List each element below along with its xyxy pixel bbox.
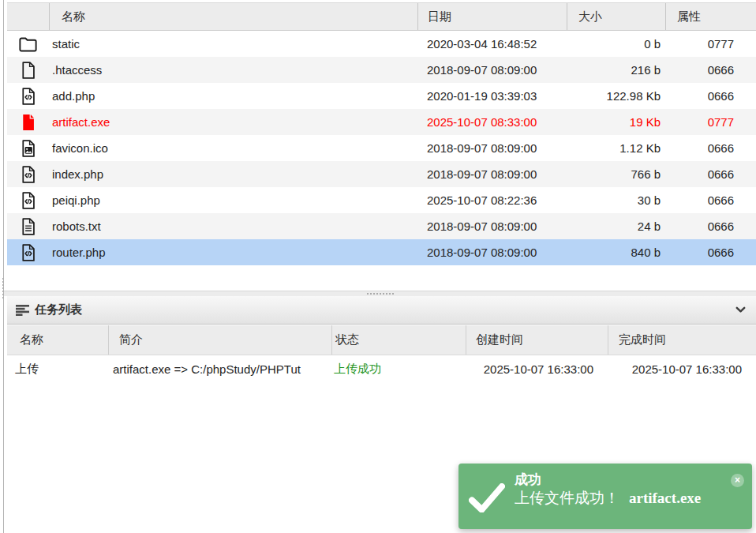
code-icon [7, 86, 49, 107]
file-size: 0 b [567, 37, 665, 51]
file-size: 766 b [567, 167, 665, 181]
file-date: 2018-09-07 08:09:00 [417, 63, 567, 77]
file-name: index.php [49, 167, 417, 181]
chevron-down-icon[interactable] [735, 306, 746, 313]
file-name: add.php [49, 89, 417, 103]
file-date: 2018-09-07 08:09:00 [417, 167, 567, 181]
task-list-bar: 任务列表 [7, 296, 756, 325]
task-row[interactable]: 上传artifact.exe => C:/phpStudy/PHPTut上传成功… [7, 355, 756, 382]
file-name: router.php [49, 246, 417, 259]
file-attr: 0666 [665, 246, 756, 259]
file-date: 2020-01-19 03:39:03 [417, 89, 567, 103]
file-row-router.php[interactable]: router.php2018-09-07 08:09:00840 b0666 [7, 239, 756, 265]
file-date: 2025-10-07 08:33:00 [417, 115, 567, 129]
file-row-artifact.exe[interactable]: artifact.exe2025-10-07 08:33:0019 Kb0777 [7, 109, 756, 135]
task-created-column-header[interactable]: 创建时间 [466, 325, 608, 355]
toast-message: 上传文件成功！artifact.exe [515, 488, 701, 509]
file-row-index.php[interactable]: index.php2018-09-07 08:09:00766 b0666 [7, 161, 756, 187]
file-size: 840 b [567, 246, 665, 259]
close-icon: × [735, 475, 740, 486]
task-rows: 上传artifact.exe => C:/phpStudy/PHPTut上传成功… [7, 355, 756, 382]
file-table: 名称 日期 大小 属性 static2020-03-04 16:48:520 b… [7, 2, 756, 265]
file-icon [7, 60, 49, 81]
success-toast: 成功 上传文件成功！artifact.exe × [458, 464, 752, 529]
left-panel-border [3, 0, 4, 533]
task-list-title: 任务列表 [35, 302, 82, 317]
toast-message-text: 上传文件成功！ [515, 490, 619, 506]
file-name: favicon.ico [49, 141, 417, 155]
task-status-column-header[interactable]: 状态 [331, 325, 466, 355]
file-size-column-header[interactable]: 大小 [567, 3, 665, 30]
file-attr: 0777 [665, 115, 756, 129]
file-table-header: 名称 日期 大小 属性 [7, 2, 756, 31]
task-name-column-header[interactable]: 名称 [7, 325, 108, 355]
file-row-add.php[interactable]: add.php2020-01-19 03:39:03122.98 Kb0666 [7, 83, 756, 109]
file-attr: 0666 [665, 141, 756, 155]
file-attr: 0666 [665, 89, 756, 103]
file-row-static[interactable]: static2020-03-04 16:48:520 b0777 [7, 31, 756, 57]
image-icon [7, 138, 49, 159]
file-size: 122.98 Kb [567, 89, 665, 103]
file-date: 2018-09-07 08:09:00 [417, 246, 567, 259]
file-attr: 0777 [665, 37, 756, 51]
file-size: 19 Kb [567, 115, 665, 129]
file-rows: static2020-03-04 16:48:520 b0777.htacces… [7, 31, 756, 265]
file-date: 2018-09-07 08:09:00 [417, 141, 567, 155]
toast-filename: artifact.exe [629, 490, 701, 506]
file-name: artifact.exe [49, 115, 417, 129]
file-date: 2018-09-07 08:09:00 [417, 220, 567, 233]
code-icon [7, 164, 49, 185]
file-size: 1.12 Kb [567, 141, 665, 155]
file-attr-column-header[interactable]: 属性 [665, 3, 756, 30]
file-row-peiqi.php[interactable]: peiqi.php2025-10-07 08:22:3630 b0666 [7, 187, 756, 213]
task-list-icon [16, 305, 29, 316]
task-name: 上传 [7, 362, 108, 377]
checkmark-icon [469, 483, 505, 516]
code-icon [7, 242, 49, 263]
file-name: static [49, 37, 417, 51]
splitter-drag-handle-icon [367, 293, 394, 295]
task-created-time: 2025-10-07 16:33:00 [466, 362, 608, 376]
file-date-column-header[interactable]: 日期 [417, 3, 567, 30]
file-size: 30 b [567, 193, 665, 207]
task-table-header: 名称 简介 状态 创建时间 完成时间 [7, 325, 756, 355]
exe-icon [7, 112, 49, 133]
file-attr: 0666 [665, 167, 756, 181]
task-desc-column-header[interactable]: 简介 [108, 325, 331, 355]
file-name-column-header[interactable]: 名称 [49, 3, 417, 30]
task-desc: artifact.exe => C:/phpStudy/PHPTut [108, 362, 331, 376]
toast-title: 成功 [515, 471, 541, 489]
file-icon-column-header[interactable] [7, 3, 49, 30]
file-name: peiqi.php [49, 193, 417, 207]
file-attr: 0666 [665, 220, 756, 233]
close-button[interactable]: × [731, 474, 744, 487]
panel-splitter[interactable] [4, 291, 756, 296]
file-row-favicon.ico[interactable]: favicon.ico2018-09-07 08:09:001.12 Kb066… [7, 135, 756, 161]
file-size: 216 b [567, 63, 665, 77]
code-icon [7, 190, 49, 211]
file-date: 2025-10-07 08:22:36 [417, 193, 567, 207]
task-completed-time: 2025-10-07 16:33:00 [608, 362, 756, 376]
file-size: 24 b [567, 220, 665, 233]
folder-icon [7, 33, 49, 54]
text-icon [7, 216, 49, 237]
file-row-robots.txt[interactable]: robots.txt2018-09-07 08:09:0024 b0666 [7, 213, 756, 239]
file-attr: 0666 [665, 63, 756, 77]
file-date: 2020-03-04 16:48:52 [417, 37, 567, 51]
file-attr: 0666 [665, 193, 756, 207]
file-name: .htaccess [49, 63, 417, 77]
task-completed-column-header[interactable]: 完成时间 [608, 325, 756, 355]
task-status: 上传成功 [331, 362, 466, 377]
file-name: robots.txt [49, 220, 417, 233]
file-row-.htaccess[interactable]: .htaccess2018-09-07 08:09:00216 b0666 [7, 57, 756, 83]
